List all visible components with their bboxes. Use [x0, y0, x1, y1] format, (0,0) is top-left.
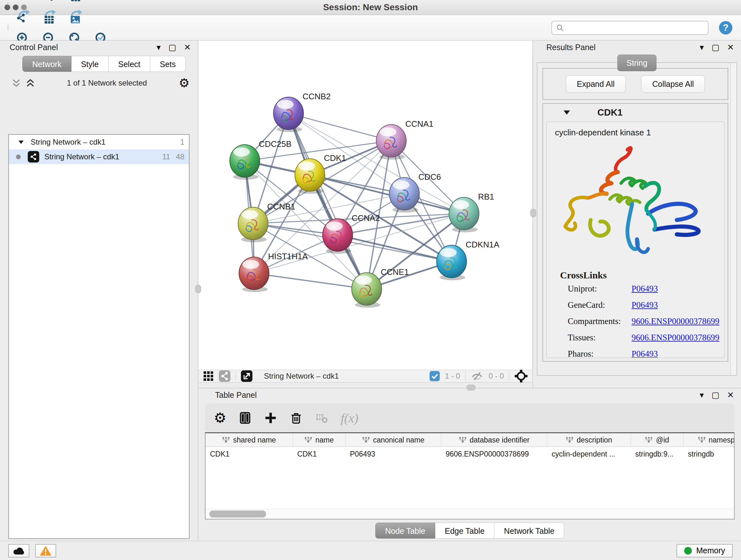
tab-style[interactable]: Style — [71, 56, 109, 72]
network-edge-count: 48 — [176, 152, 185, 161]
right-splitter-grip[interactable] — [530, 209, 536, 217]
column-header-shared-name[interactable]: shared name — [205, 433, 293, 447]
edge-CCNB2-CCNE1[interactable] — [288, 113, 367, 289]
control-panel-float-button[interactable]: ▢ — [169, 43, 177, 51]
network-collection-row[interactable]: String Network – cdk1 1 — [9, 135, 189, 149]
horizontal-splitter-grip[interactable] — [467, 385, 475, 390]
tab-network-table[interactable]: Network Table — [494, 523, 564, 539]
network-options-gear-icon[interactable]: ⚙ — [179, 77, 190, 89]
tab-network[interactable]: Network — [22, 56, 71, 72]
open-in-new-window-icon[interactable] — [241, 370, 253, 382]
tab-select[interactable]: Select — [109, 56, 150, 72]
collapse-all-button[interactable]: Collapse All — [641, 75, 705, 93]
tab-edge-table[interactable]: Edge Table — [435, 523, 495, 539]
edge-CCNA2-CDKN1A[interactable] — [338, 235, 452, 261]
table-cell[interactable]: CDK1 — [293, 447, 346, 461]
export-image-button[interactable] — [67, 8, 84, 25]
table-cell[interactable]: P06493 — [346, 447, 441, 461]
crosslink-link[interactable]: P06493 — [631, 349, 658, 358]
column-label: name — [315, 436, 334, 444]
crosslink-row: GeneCard:P06493 — [568, 300, 724, 310]
table-row[interactable]: CDK1CDK1P064939606.ENSP00000378699cyclin… — [205, 447, 735, 461]
table-toolbar: ⚙ f(x) — [205, 403, 735, 432]
network-canvas[interactable]: CCNB2CCNA1CDC25BCDK1CDC6RB1CCNB1CCNA2CDK… — [199, 41, 532, 370]
node-CDK1[interactable]: CDK1 — [295, 153, 346, 194]
expand-all-button[interactable]: Expand All — [566, 75, 626, 93]
memory-status-dot — [684, 547, 692, 555]
column-header-canonical-name[interactable]: canonical name — [346, 433, 441, 447]
crosslink-link[interactable]: P06493 — [631, 284, 658, 294]
edge-HIST1H1A-CCNE1[interactable] — [254, 273, 367, 289]
table-options-gear-icon[interactable]: ⚙ — [214, 411, 226, 425]
control-panel-menu-button[interactable]: ▾ — [157, 43, 161, 51]
table-horizontal-scrollbar[interactable] — [205, 509, 734, 519]
table-panel-menu-button[interactable]: ▾ — [700, 391, 704, 399]
node-CCNA1[interactable]: CCNA1 — [376, 119, 433, 160]
left-splitter-grip[interactable] — [195, 285, 201, 293]
tab-node-table[interactable]: Node Table — [375, 523, 435, 539]
section-collapse-icon[interactable] — [563, 111, 570, 115]
export-table-button[interactable] — [41, 8, 57, 25]
table-panel-float-button[interactable]: ▢ — [712, 391, 720, 399]
tab-string[interactable]: String — [617, 55, 657, 71]
table-cell[interactable]: CDK1 — [205, 447, 293, 461]
collection-expand-icon[interactable] — [18, 140, 23, 144]
node-CCNE1[interactable]: CCNE1 — [352, 267, 409, 308]
results-panel-close-button[interactable]: ✕ — [727, 43, 734, 51]
crosslink-row: Uniprot:P06493 — [568, 284, 724, 294]
birdseye-navigator-icon[interactable] — [515, 369, 528, 383]
results-scrollbar[interactable] — [731, 63, 737, 375]
cloud-button[interactable] — [8, 544, 29, 557]
grid-view-icon[interactable] — [203, 371, 214, 381]
network-row[interactable]: String Network – cdk1 11 48 — [9, 149, 189, 164]
collapse-all-networks-icon[interactable] — [11, 78, 21, 88]
table-cell[interactable]: stringdb — [684, 447, 735, 461]
search-input[interactable] — [567, 23, 704, 33]
column-header-id[interactable]: @id — [631, 433, 684, 447]
node-RB1[interactable]: RB1 — [449, 192, 494, 233]
network-node-count: 11 — [162, 152, 170, 161]
node-CCNB2[interactable]: CCNB2 — [273, 91, 331, 132]
share-view-icon[interactable] — [219, 370, 230, 382]
column-header-database-identifier[interactable]: database identifier — [441, 433, 547, 447]
delete-column-trash-icon[interactable] — [289, 411, 303, 425]
search-box[interactable] — [551, 21, 709, 35]
crosslink-link[interactable]: 9606.ENSP00000378699 — [631, 316, 719, 326]
control-panel-close-button[interactable]: ✕ — [184, 43, 191, 51]
hidden-eye-slash-icon[interactable] — [471, 371, 483, 381]
table-cell[interactable]: 9606.ENSP00000378699 — [441, 447, 547, 461]
help-button[interactable]: ? — [718, 20, 733, 36]
column-label: @id — [656, 436, 669, 444]
node-HIST1H1A[interactable]: HIST1H1A — [239, 252, 308, 292]
expand-all-networks-icon[interactable] — [25, 78, 35, 88]
node-CDKN1A[interactable]: CDKN1A — [436, 240, 499, 280]
export-network-button[interactable] — [15, 8, 31, 25]
tab-sets[interactable]: Sets — [150, 56, 186, 72]
column-header-description[interactable]: description — [547, 433, 631, 447]
warning-button[interactable] — [35, 544, 56, 557]
import-table-file-button[interactable] — [67, 0, 84, 3]
function-builder-icon[interactable]: f(x) — [340, 411, 358, 426]
column-header-name[interactable]: name — [293, 433, 346, 447]
column-header-namespace[interactable]: namespace — [684, 433, 735, 447]
scrollbar-thumb[interactable] — [209, 510, 266, 517]
clear-table-icon[interactable] — [315, 411, 328, 425]
results-panel-menu-button[interactable]: ▾ — [700, 43, 704, 51]
table-panel-close-button[interactable]: ✕ — [727, 391, 734, 399]
import-network-file-button[interactable] — [15, 0, 31, 3]
results-panel-float-button[interactable]: ▢ — [712, 43, 720, 51]
search-icon — [556, 23, 564, 32]
edge-CCNB2-CCNA1[interactable] — [288, 113, 391, 141]
results-panel-body: Expand All Collapse All CDK1 cyclin-depe… — [537, 62, 737, 376]
crosslink-link[interactable]: P06493 — [631, 300, 658, 310]
memory-button[interactable]: Memory — [677, 544, 733, 557]
show-columns-icon[interactable] — [239, 411, 252, 425]
create-column-plus-icon[interactable] — [264, 411, 277, 425]
import-network-database-button[interactable] — [41, 0, 57, 3]
results-panel: Results Panel ▾ ▢ ✕ String Expand All Co… — [533, 41, 741, 388]
table-cell[interactable]: cyclin-dependent ... — [547, 447, 631, 461]
column-type-icon — [566, 436, 574, 443]
selected-checkbox-icon[interactable] — [429, 371, 440, 381]
crosslink-link[interactable]: 9606.ENSP00000378699 — [631, 333, 719, 343]
table-cell[interactable]: stringdb:9... — [631, 447, 684, 461]
